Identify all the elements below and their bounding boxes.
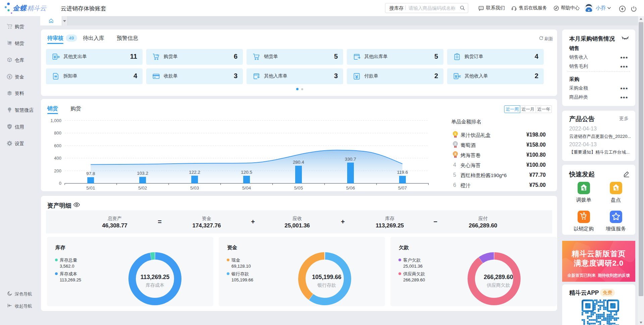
svg-text:5/02: 5/02 (138, 185, 147, 191)
svg-text:122.2: 122.2 (189, 170, 200, 175)
svg-text:119.6: 119.6 (397, 170, 408, 175)
svg-text:5/01: 5/01 (86, 185, 95, 191)
svg-text:2: 2 (454, 142, 456, 146)
svg-text:330.7: 330.7 (345, 157, 356, 162)
svg-text:280.4: 280.4 (293, 160, 304, 165)
svg-text:5/07: 5/07 (398, 185, 407, 191)
svg-text:800: 800 (54, 130, 61, 136)
svg-text:3: 3 (454, 152, 456, 156)
svg-text:1: 1 (454, 132, 457, 136)
svg-text:5/03: 5/03 (190, 185, 199, 191)
svg-text:0: 0 (59, 181, 61, 186)
svg-text:200: 200 (54, 168, 61, 173)
svg-text:5/05: 5/05 (294, 185, 303, 191)
svg-text:600: 600 (54, 143, 61, 148)
svg-text:120.5: 120.5 (241, 170, 252, 175)
svg-text:400: 400 (54, 156, 61, 161)
svg-text:5/04: 5/04 (242, 185, 251, 191)
svg-text:97.8: 97.8 (86, 171, 95, 176)
svg-text:103.2: 103.2 (137, 171, 148, 176)
svg-text:1,000: 1,000 (50, 118, 61, 123)
svg-text:5/06: 5/06 (346, 185, 355, 191)
